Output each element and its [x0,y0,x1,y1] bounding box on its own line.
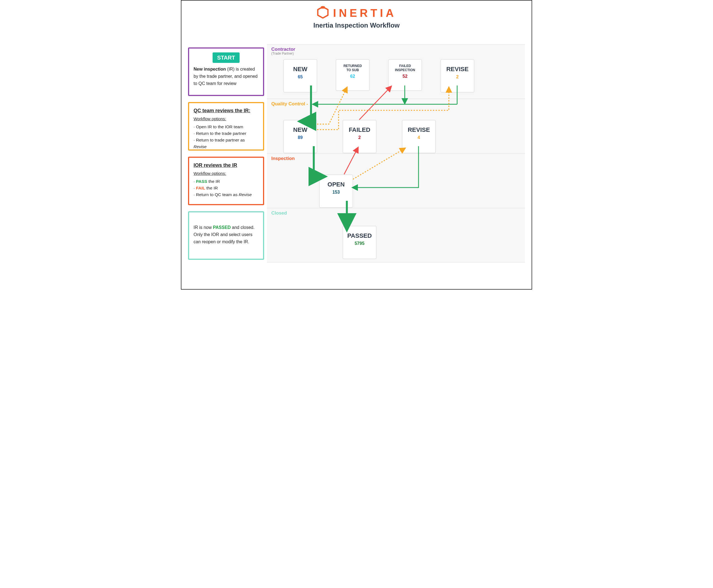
lane-subtitle: (Trade Partner) [271,51,521,56]
list-item: Return to QC team as Revise [194,191,259,198]
desc-qc-wfo: Workflow options: [194,115,259,123]
card-contractor-new: NEW 65 [283,59,317,92]
card-returned-to-sub: RETURNEDTO SUB 62 [336,59,369,91]
lane-title: Closed [271,210,521,216]
workflow-diagram: INERTIA Inertia Inspection Workflow STAR… [181,0,532,290]
lane-closed: Closed PASSED 5795 [267,208,525,262]
list-item: Open IR to the IOR team [194,124,259,130]
card-qc-failed: FAILED 2 [343,120,376,153]
desc-qc-list: Open IR to the IOR team Return to the tr… [194,124,259,150]
swimlanes: Contractor (Trade Partner) NEW 65 RETURN… [267,44,525,262]
desc-qc: QC team reviews the IR: Workflow options… [188,102,264,151]
header: INERTIA Inertia Inspection Workflow [188,6,525,29]
desc-start: START New inspection (IR) is created by … [188,47,264,96]
lane-title: Contractor [271,47,521,52]
desc-qc-heading: QC team reviews the IR: [194,107,259,114]
brand-name: INERTIA [333,7,396,19]
card-open: OPEN 153 [319,174,353,208]
page-title: Inertia Inspection Workflow [188,22,525,29]
card-contractor-revise: REVISE 2 [440,59,474,92]
list-item: PASS the IR [194,178,259,185]
lane-qc: Quality Control - NEW 89 FAILED 2 REVISE… [267,99,525,153]
list-item: FAIL the IR [194,185,259,191]
desc-start-bold: New inspection [194,67,226,71]
lane-title: Quality Control - [271,101,521,107]
list-item: Return to trade partner as Revise [194,137,259,150]
card-passed: PASSED 5795 [343,226,376,259]
desc-ior-heading: IOR reviews the IR [194,162,259,169]
desc-ior: IOR reviews the IR Workflow options: PAS… [188,156,264,205]
card-qc-revise: REVISE 4 [402,120,436,153]
start-badge: START [213,52,239,63]
lane-contractor: Contractor (Trade Partner) NEW 65 RETURN… [267,44,525,99]
lane-title: Inspection [271,156,521,161]
desc-ior-list: PASS the IR FAIL the IR Return to QC tea… [194,178,259,198]
desc-ior-wfo: Workflow options: [194,170,259,177]
hexagon-icon [317,6,329,20]
card-qc-new: NEW 89 [283,120,317,153]
list-item: Return to the trade partner [194,130,259,137]
desc-closed: IR is now PASSED and closed. Only the IO… [188,211,264,260]
logo: INERTIA [317,6,396,20]
card-failed-inspection: FAILEDINSPECTION 52 [388,59,422,91]
lane-inspection: Inspection OPEN 153 [267,153,525,208]
